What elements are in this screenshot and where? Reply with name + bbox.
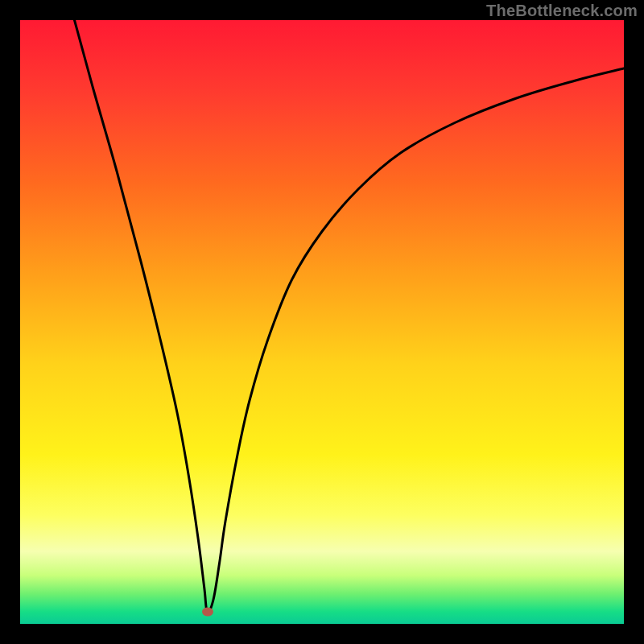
min-point-marker	[202, 608, 213, 617]
watermark-label: TheBottleneck.com	[486, 2, 638, 20]
curve-svg	[20, 20, 624, 624]
bottleneck-curve-path	[75, 20, 625, 613]
plot-area	[20, 20, 624, 624]
chart-frame: TheBottleneck.com	[0, 0, 644, 644]
